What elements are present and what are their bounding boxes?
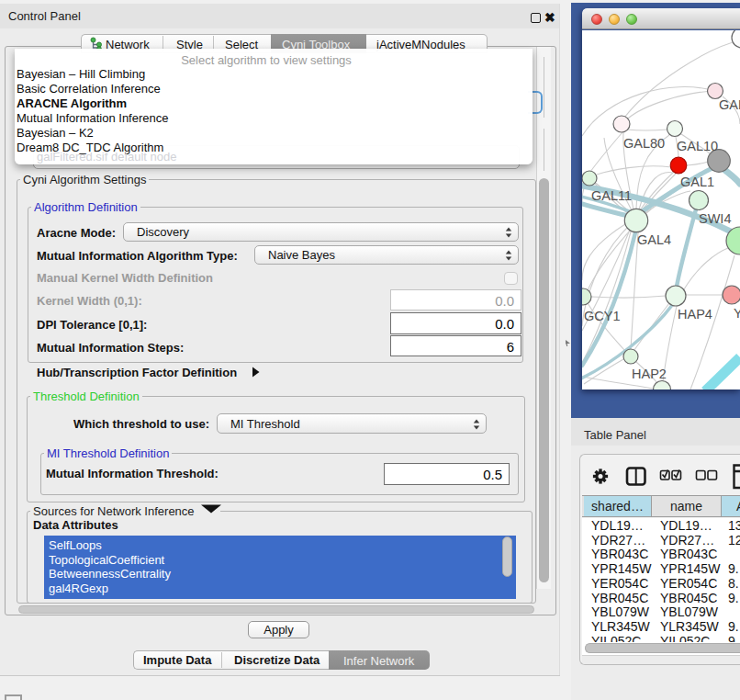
- svg-text:GAL10: GAL10: [677, 139, 718, 153]
- svg-text:HAP4: HAP4: [678, 307, 712, 322]
- svg-text:GAL80: GAL80: [623, 136, 665, 151]
- svg-text:GAL1: GAL1: [680, 175, 714, 189]
- svg-text:HAP2: HAP2: [632, 367, 667, 381]
- svg-text:GCY1: GCY1: [584, 309, 621, 323]
- svg-text:GAL11: GAL11: [591, 188, 632, 203]
- svg-text:Y: Y: [734, 306, 740, 321]
- svg-text:SWI4: SWI4: [699, 211, 731, 226]
- svg-text:GAL4: GAL4: [637, 232, 671, 247]
- svg-text:GAL: GAL: [719, 97, 740, 112]
